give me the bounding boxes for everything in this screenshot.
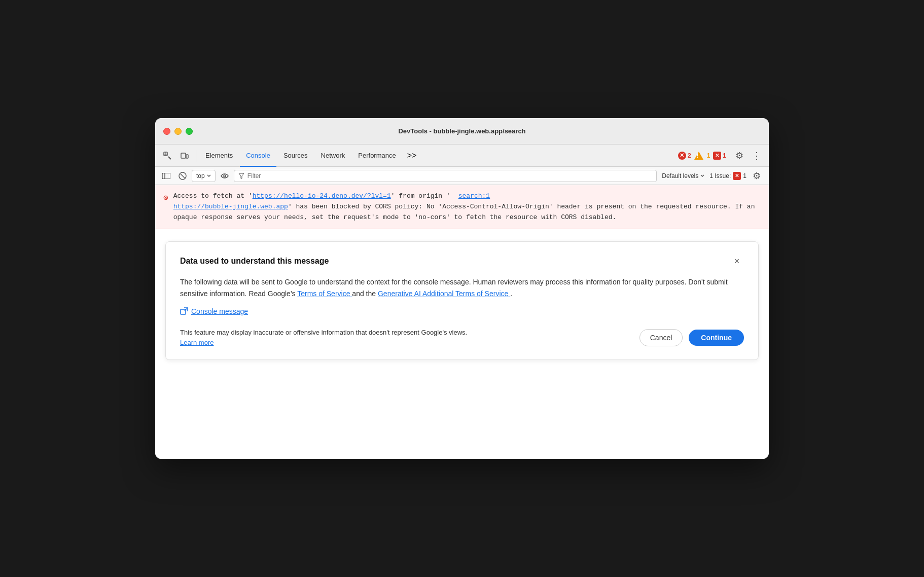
dialog-body: The following data will be sent to Googl… [180,276,744,299]
filter-input[interactable] [247,172,653,179]
terms-of-service-link[interactable]: Terms of Service [297,290,352,298]
devtools-tabs: Elements Console Sources Network Perform… [155,145,769,167]
warning-badge: 1 [694,152,710,160]
levels-dropdown[interactable]: Default levels [659,172,707,179]
console-settings-button[interactable]: ⚙ [749,168,765,184]
source-link[interactable]: search:1 [450,192,490,200]
devtools-window: DevTools - bubble-jingle.web.app/search … [155,118,769,459]
dialog-header: Data used to understand this message × [180,254,744,268]
window-title: DevTools - bubble-jingle.web.app/search [398,127,525,135]
continue-button[interactable]: Continue [689,330,744,346]
clear-console-button[interactable] [175,169,190,183]
console-content: ⊗ Access to fetch at 'https://hello-io-2… [155,185,769,459]
titlebar: DevTools - bubble-jingle.web.app/search [155,118,769,145]
issues-badge: 1 Issue: ✕ 1 [709,172,747,180]
maximize-button[interactable] [186,128,193,135]
console-toolbar: top Default levels 1 Issue: ✕ [155,167,769,185]
footer-disclaimer: This feature may display inaccurate or o… [180,328,474,347]
issues-error-icon: ✕ [733,172,741,180]
dialog-footer: This feature may display inaccurate or o… [180,328,744,347]
console-message-link[interactable]: Console message [180,307,744,315]
svg-marker-10 [239,173,244,178]
dialog-title: Data used to understand this message [180,257,329,266]
svg-rect-3 [181,153,186,158]
svg-point-9 [224,175,226,177]
close-button[interactable] [163,128,170,135]
error-text-block: Access to fetch at 'https://hello-io-24.… [173,191,761,223]
sidebar-toggle-button[interactable] [159,169,173,183]
tab-console[interactable]: Console [240,145,276,167]
learn-more-link[interactable]: Learn more [180,339,214,346]
inspect-icon[interactable] [159,148,175,164]
tab-separator [196,150,196,162]
context-selector[interactable]: top [192,170,216,182]
ai-dialog-card: Data used to understand this message × T… [165,241,759,360]
minimize-button[interactable] [174,128,182,135]
badge-group: ✕ 2 1 ✕ 1 [678,152,726,160]
x-badge: ✕ 1 [713,152,726,160]
fetch-url-link[interactable]: https://hello-io-24.deno.dev/?lvl=1 [253,192,391,200]
traffic-lights [163,128,193,135]
filter-bar[interactable] [234,170,657,182]
error-circle-icon: ⊗ [163,192,168,205]
x-icon: ✕ [713,152,721,160]
svg-rect-4 [186,155,188,158]
more-options-button[interactable]: ⋮ [749,148,765,164]
eye-icon[interactable] [218,169,232,183]
error-icon: ✕ [678,152,686,160]
cancel-button[interactable]: Cancel [639,329,683,346]
external-link-icon [180,307,188,315]
error-badge: ✕ 2 [678,152,691,160]
console-error-message: ⊗ Access to fetch at 'https://hello-io-2… [155,185,769,229]
tab-performance[interactable]: Performance [352,145,402,167]
warning-icon [694,152,703,160]
svg-line-8 [181,174,185,178]
more-tabs-button[interactable]: >> [403,151,421,160]
close-dialog-button[interactable]: × [730,254,744,268]
ai-terms-link[interactable]: Generative AI Additional Terms of Servic… [378,290,510,298]
origin-url-link[interactable]: https://bubble-jingle.web.app [173,203,288,210]
tab-elements[interactable]: Elements [199,145,239,167]
tab-sources[interactable]: Sources [277,145,314,167]
footer-buttons: Cancel Continue [639,329,744,346]
settings-button[interactable]: ⚙ [731,148,748,164]
tab-network[interactable]: Network [315,145,351,167]
device-toggle-icon[interactable] [176,148,193,164]
svg-rect-5 [162,173,170,179]
